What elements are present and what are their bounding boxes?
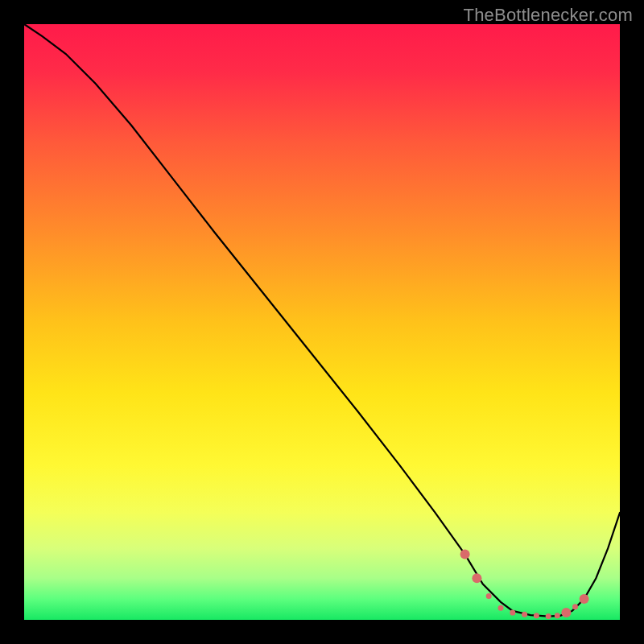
bottleneck-chart [0,0,644,644]
optimum-marker [561,608,571,617]
watermark-text: TheBottlenecker.com [464,5,633,26]
optimum-marker [472,573,481,583]
optimum-marker [572,604,578,609]
chart-frame: TheBottlenecker.com [0,0,644,644]
optimum-marker [580,594,589,604]
optimum-marker [486,593,492,599]
optimum-marker [546,613,551,619]
optimum-marker [522,612,527,617]
gradient-background [24,24,620,620]
optimum-marker [510,610,515,616]
optimum-marker [555,613,560,618]
optimum-marker [534,613,539,618]
optimum-marker [460,550,470,559]
optimum-marker [498,605,504,611]
